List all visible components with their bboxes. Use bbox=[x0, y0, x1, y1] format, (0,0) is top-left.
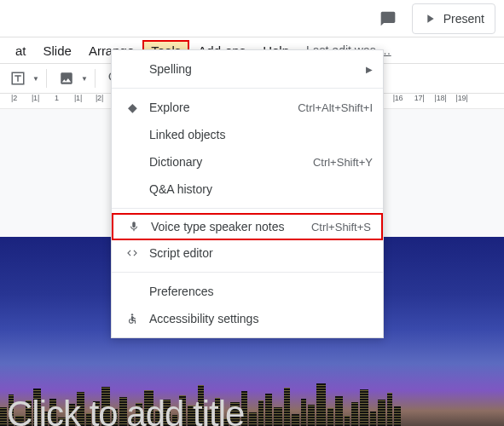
menu-preferences[interactable]: Preferences bbox=[112, 278, 383, 305]
menu-explore[interactable]: ◆ Explore Ctrl+Alt+Shift+I bbox=[112, 94, 383, 121]
menu-dictionary[interactable]: Dictionary Ctrl+Shift+Y bbox=[112, 148, 383, 176]
menu-qa-history[interactable]: Q&A history bbox=[112, 176, 383, 203]
explore-icon: ◆ bbox=[122, 101, 142, 114]
top-action-bar: Present bbox=[0, 0, 504, 37]
menu-separator bbox=[112, 272, 383, 273]
chevron-down-icon: ▼ bbox=[32, 75, 39, 83]
textbox-button[interactable] bbox=[5, 66, 31, 91]
toolbar-separator bbox=[95, 69, 96, 88]
menu-spelling[interactable]: Spelling ▶ bbox=[112, 55, 383, 83]
menu-format[interactable]: at bbox=[7, 40, 35, 61]
menu-slide[interactable]: Slide bbox=[35, 40, 80, 61]
toolbar-separator bbox=[46, 69, 47, 88]
script-icon bbox=[122, 247, 142, 259]
comment-history-button[interactable] bbox=[373, 3, 403, 34]
image-button[interactable] bbox=[54, 66, 79, 91]
title-placeholder[interactable]: Click to add title bbox=[7, 394, 244, 426]
image-icon bbox=[59, 71, 74, 86]
comment-icon bbox=[379, 10, 397, 27]
microphone-icon bbox=[124, 221, 144, 233]
chevron-down-icon: ▼ bbox=[81, 75, 88, 83]
present-button[interactable]: Present bbox=[412, 3, 495, 34]
accessibility-icon bbox=[122, 313, 142, 325]
svg-point-2 bbox=[131, 314, 133, 315]
menu-separator bbox=[112, 208, 383, 209]
play-icon bbox=[423, 12, 437, 26]
present-label: Present bbox=[443, 12, 484, 26]
menu-script-editor[interactable]: Script editor bbox=[112, 239, 383, 267]
menu-accessibility[interactable]: Accessibility settings bbox=[112, 305, 383, 332]
tools-dropdown: Spelling ▶ ◆ Explore Ctrl+Alt+Shift+I Li… bbox=[111, 49, 384, 338]
menu-separator bbox=[112, 88, 383, 89]
menu-voice-type-speaker-notes[interactable]: Voice type speaker notes Ctrl+Shift+S bbox=[112, 213, 383, 240]
submenu-arrow-icon: ▶ bbox=[366, 65, 373, 74]
textbox-icon bbox=[10, 71, 26, 86]
menu-linked-objects[interactable]: Linked objects bbox=[112, 121, 383, 148]
